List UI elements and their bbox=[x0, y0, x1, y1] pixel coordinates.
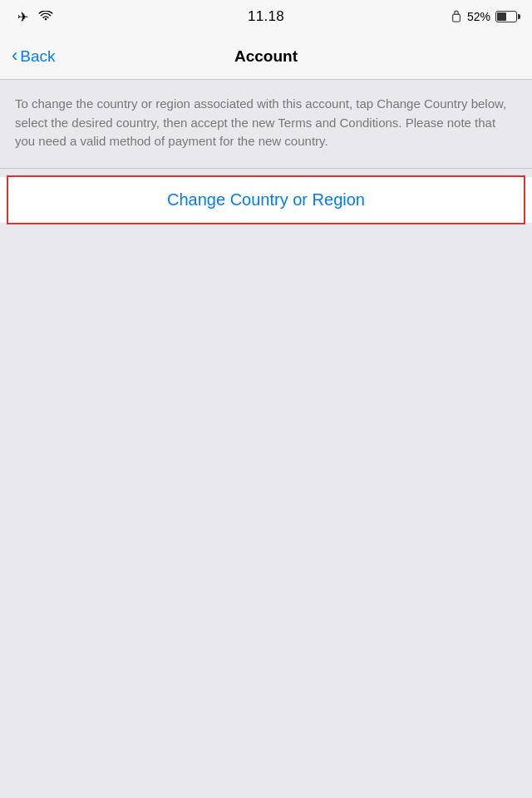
status-left-icons: ✈ bbox=[15, 9, 53, 24]
change-country-button[interactable]: Change Country or Region bbox=[0, 177, 532, 223]
battery-icon bbox=[495, 11, 517, 22]
info-section: To change the country or region associat… bbox=[0, 80, 532, 169]
button-row: Change Country or Region bbox=[0, 177, 532, 223]
content-area bbox=[0, 231, 532, 799]
lock-icon bbox=[451, 9, 462, 25]
info-text: To change the country or region associat… bbox=[15, 95, 517, 151]
status-right-icons: 52% bbox=[451, 9, 517, 25]
battery-percent: 52% bbox=[467, 10, 490, 23]
status-time: 11.18 bbox=[248, 8, 284, 25]
back-chevron-icon: ‹ bbox=[12, 47, 17, 65]
back-button[interactable]: ‹ Back bbox=[12, 47, 56, 66]
airplane-icon: ✈ bbox=[15, 9, 30, 24]
svg-rect-0 bbox=[453, 14, 461, 22]
wifi-icon bbox=[38, 11, 53, 22]
back-label: Back bbox=[20, 47, 55, 66]
page-title: Account bbox=[234, 47, 298, 66]
status-bar: ✈ 11.18 52% bbox=[0, 0, 532, 33]
nav-bar: ‹ Back Account bbox=[0, 33, 532, 80]
change-country-wrapper: Change Country or Region bbox=[0, 177, 532, 223]
